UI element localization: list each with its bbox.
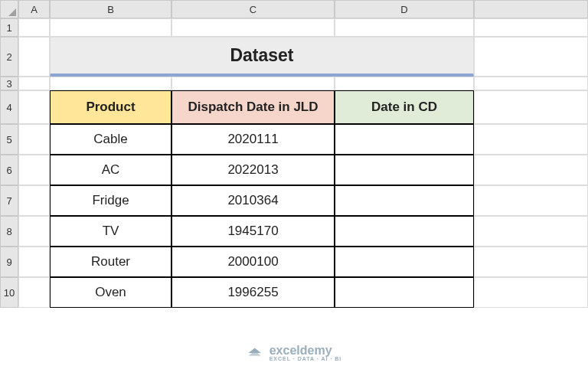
col-header-D[interactable]: D	[335, 0, 474, 18]
cell[interactable]	[18, 185, 50, 216]
row-header-1[interactable]: 1	[0, 18, 18, 37]
cell[interactable]	[474, 124, 588, 155]
col-header-C[interactable]: C	[172, 0, 335, 18]
row-header-8[interactable]: 8	[0, 216, 18, 247]
cell-product[interactable]: Oven	[50, 277, 172, 308]
cell-dispatch[interactable]: 2000100	[172, 247, 335, 277]
row-header-9[interactable]: 9	[0, 247, 18, 277]
cell-dispatch[interactable]: 2010364	[172, 185, 335, 216]
cell[interactable]	[18, 37, 50, 77]
cell-datecd[interactable]	[335, 277, 474, 308]
cell[interactable]	[474, 37, 588, 77]
row-header-2[interactable]: 2	[0, 37, 18, 77]
cell[interactable]	[172, 18, 335, 37]
watermark-logo: exceldemy EXCEL · DATA · AI · BI	[247, 344, 342, 361]
cell-datecd[interactable]	[335, 216, 474, 247]
watermark-subtitle: EXCEL · DATA · AI · BI	[270, 356, 342, 361]
cell[interactable]	[50, 18, 172, 37]
cell[interactable]	[474, 90, 588, 124]
cell[interactable]	[18, 90, 50, 124]
cell[interactable]	[474, 155, 588, 185]
row-header-5[interactable]: 5	[0, 124, 18, 155]
cell-product[interactable]: Cable	[50, 124, 172, 155]
row-header-6[interactable]: 6	[0, 155, 18, 185]
cell[interactable]	[18, 155, 50, 185]
row-header-10[interactable]: 10	[0, 277, 18, 308]
spreadsheet-grid: A B C D 1 2 3 4 5 6 7 8 9 10 Dataset Pro…	[0, 0, 588, 308]
cell-product[interactable]: Router	[50, 247, 172, 277]
cell-product[interactable]: Fridge	[50, 185, 172, 216]
cell-datecd[interactable]	[335, 247, 474, 277]
cell[interactable]	[474, 18, 588, 37]
cell-product[interactable]: TV	[50, 216, 172, 247]
cell[interactable]	[18, 216, 50, 247]
cell-datecd[interactable]	[335, 155, 474, 185]
header-product: Product	[50, 90, 172, 124]
row-header-4[interactable]: 4	[0, 90, 18, 124]
cell[interactable]	[18, 247, 50, 277]
cell-dispatch[interactable]: 1945170	[172, 216, 335, 247]
header-datecd: Date in CD	[335, 90, 474, 124]
cell-datecd[interactable]	[335, 124, 474, 155]
col-header-extra[interactable]	[474, 0, 588, 18]
col-header-B[interactable]: B	[50, 0, 172, 18]
cell[interactable]	[172, 77, 335, 90]
cell[interactable]	[474, 277, 588, 308]
dataset-title: Dataset	[50, 37, 474, 77]
cell[interactable]	[474, 247, 588, 277]
cell-datecd[interactable]	[335, 185, 474, 216]
cell-dispatch[interactable]: 1996255	[172, 277, 335, 308]
cell-dispatch[interactable]: 2020111	[172, 124, 335, 155]
cell[interactable]	[335, 77, 474, 90]
cell-dispatch[interactable]: 2022013	[172, 155, 335, 185]
cell[interactable]	[50, 77, 172, 90]
cell[interactable]	[18, 18, 50, 37]
select-all-corner[interactable]	[0, 0, 18, 18]
cell[interactable]	[474, 216, 588, 247]
col-header-A[interactable]: A	[18, 0, 50, 18]
exceldemy-icon	[247, 346, 263, 360]
row-header-7[interactable]: 7	[0, 185, 18, 216]
cell[interactable]	[18, 77, 50, 90]
cell[interactable]	[335, 18, 474, 37]
row-header-3[interactable]: 3	[0, 77, 18, 90]
cell[interactable]	[18, 277, 50, 308]
cell[interactable]	[18, 124, 50, 155]
cell-product[interactable]: AC	[50, 155, 172, 185]
cell[interactable]	[474, 185, 588, 216]
header-dispatch: Dispatch Date in JLD	[172, 90, 335, 124]
cell[interactable]	[474, 77, 588, 90]
